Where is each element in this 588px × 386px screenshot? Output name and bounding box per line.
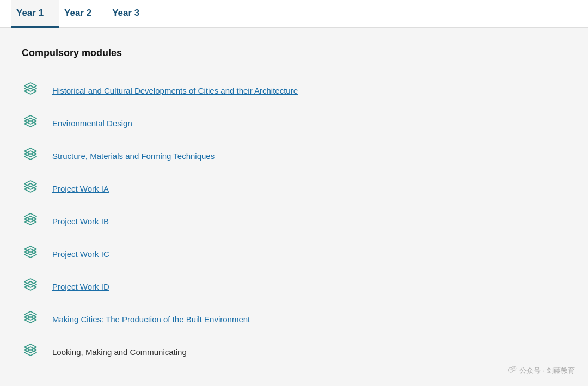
module-list: Historical and Cultural Developments of … bbox=[22, 74, 566, 368]
list-item: Project Work IA bbox=[22, 172, 566, 205]
list-item: Making Cities: The Production of the Bui… bbox=[22, 303, 566, 335]
svg-point-29 bbox=[510, 369, 511, 370]
module-link[interactable]: Project Work ID bbox=[52, 282, 109, 291]
layers-icon bbox=[22, 343, 39, 360]
layers-icon bbox=[22, 245, 39, 262]
module-link[interactable]: Project Work IC bbox=[52, 249, 109, 259]
list-item: Project Work IC bbox=[22, 237, 566, 270]
content-area: Compulsory modules Historical and Cultur… bbox=[0, 28, 588, 386]
wechat-icon bbox=[507, 365, 517, 376]
module-link[interactable]: Historical and Cultural Developments of … bbox=[52, 86, 298, 95]
module-link[interactable]: Project Work IA bbox=[52, 184, 109, 193]
layers-icon bbox=[22, 212, 39, 230]
module-link[interactable]: Environmental Design bbox=[52, 119, 132, 128]
svg-point-32 bbox=[514, 367, 516, 369]
list-item: Structure, Materials and Forming Techniq… bbox=[22, 139, 566, 172]
tab-year1[interactable]: Year 1 bbox=[11, 0, 59, 28]
module-link[interactable]: Structure, Materials and Forming Techniq… bbox=[52, 151, 215, 161]
layers-icon bbox=[22, 147, 39, 164]
layers-icon bbox=[22, 180, 39, 197]
section-heading: Compulsory modules bbox=[22, 47, 566, 59]
module-link[interactable]: Project Work IB bbox=[52, 217, 109, 226]
list-item: Environmental Design bbox=[22, 107, 566, 139]
watermark-text: 公众号 · 剑藤教育 bbox=[519, 366, 575, 376]
layers-icon bbox=[22, 114, 39, 132]
module-link[interactable]: Making Cities: The Production of the Bui… bbox=[52, 315, 250, 324]
svg-point-31 bbox=[513, 367, 514, 369]
watermark: 公众号 · 剑藤教育 bbox=[507, 365, 575, 376]
layers-icon bbox=[22, 278, 39, 295]
tabs-bar: Year 1 Year 2 Year 3 bbox=[0, 0, 588, 28]
module-text: Looking, Making and Communicating bbox=[52, 347, 187, 357]
tab-year2[interactable]: Year 2 bbox=[59, 0, 107, 28]
layers-icon bbox=[22, 310, 39, 328]
list-item: Project Work IB bbox=[22, 205, 566, 237]
svg-point-30 bbox=[511, 369, 512, 370]
list-item: Project Work ID bbox=[22, 270, 566, 303]
page-wrapper: Year 1 Year 2 Year 3 Compulsory modules … bbox=[0, 0, 588, 386]
tab-year3[interactable]: Year 3 bbox=[107, 0, 155, 28]
list-item: Looking, Making and Communicating bbox=[22, 335, 566, 368]
layers-icon bbox=[22, 82, 39, 99]
list-item: Historical and Cultural Developments of … bbox=[22, 74, 566, 107]
